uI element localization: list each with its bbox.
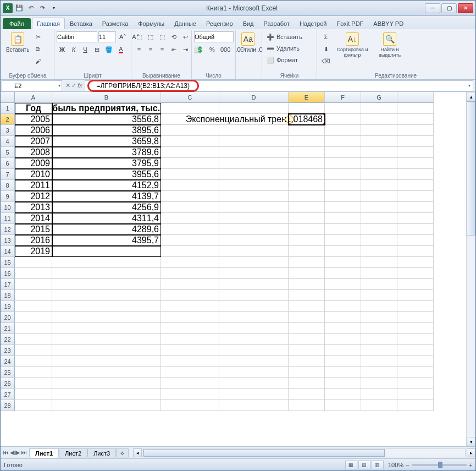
- cell[interactable]: [325, 279, 361, 290]
- vertical-scrollbar[interactable]: ▴ ▾: [466, 92, 475, 446]
- cell[interactable]: [161, 158, 219, 169]
- align-top-icon[interactable]: ⬚: [134, 31, 145, 42]
- autosum-button[interactable]: Σ: [319, 31, 333, 42]
- zoom-in-icon[interactable]: +: [469, 462, 472, 468]
- cell[interactable]: [325, 114, 361, 125]
- cell[interactable]: [219, 103, 289, 114]
- cell[interactable]: [397, 268, 434, 279]
- cell[interactable]: [361, 356, 397, 367]
- cell[interactable]: [397, 378, 434, 389]
- chevron-down-icon[interactable]: ▾: [58, 83, 60, 88]
- cell[interactable]: [361, 312, 397, 323]
- cell[interactable]: [289, 257, 325, 268]
- cell[interactable]: [15, 400, 52, 411]
- view-pagebreak-icon[interactable]: ▥: [372, 461, 384, 469]
- row-header[interactable]: 20: [1, 312, 15, 323]
- cut-icon[interactable]: ✂: [32, 31, 43, 42]
- cell[interactable]: [161, 279, 219, 290]
- cell[interactable]: [161, 213, 219, 224]
- cell[interactable]: [361, 323, 397, 334]
- cell[interactable]: [325, 191, 361, 202]
- cell[interactable]: [15, 356, 52, 367]
- cell[interactable]: [397, 103, 434, 114]
- cell[interactable]: [361, 367, 397, 378]
- cell[interactable]: [289, 103, 325, 114]
- row-header[interactable]: 28: [1, 400, 15, 411]
- cell[interactable]: [289, 400, 325, 411]
- cell[interactable]: [161, 367, 219, 378]
- cell[interactable]: 4395,7: [52, 235, 161, 246]
- align-left-icon[interactable]: ≡: [134, 44, 145, 55]
- row-header[interactable]: 6: [1, 158, 15, 169]
- row-header[interactable]: 8: [1, 180, 15, 191]
- col-header-D[interactable]: D: [219, 92, 289, 103]
- cell[interactable]: [289, 378, 325, 389]
- cell[interactable]: 2016: [15, 235, 52, 246]
- cell[interactable]: [289, 136, 325, 147]
- cell[interactable]: [52, 301, 161, 312]
- col-header-B[interactable]: B: [52, 92, 161, 103]
- redo-icon[interactable]: ↷: [37, 3, 47, 13]
- underline-button[interactable]: Ч: [80, 44, 91, 55]
- row-header[interactable]: 3: [1, 125, 15, 136]
- cell[interactable]: [361, 279, 397, 290]
- cell[interactable]: [219, 246, 289, 257]
- italic-button[interactable]: К: [68, 44, 79, 55]
- undo-icon[interactable]: ↶: [26, 3, 36, 13]
- cell[interactable]: [289, 147, 325, 158]
- cell[interactable]: [289, 158, 325, 169]
- delete-cells-button[interactable]: ➖Удалить: [264, 43, 302, 54]
- cell[interactable]: [325, 125, 361, 136]
- cell[interactable]: [289, 268, 325, 279]
- cell[interactable]: [52, 400, 161, 411]
- cell[interactable]: 2011: [15, 180, 52, 191]
- cell[interactable]: [325, 290, 361, 301]
- cell[interactable]: [161, 202, 219, 213]
- cell[interactable]: [289, 312, 325, 323]
- tab-insert[interactable]: Вставка: [65, 18, 97, 29]
- last-sheet-icon[interactable]: ⏭: [21, 449, 27, 456]
- col-header-blank[interactable]: [397, 92, 434, 103]
- cell[interactable]: [361, 246, 397, 257]
- tab-review[interactable]: Рецензир: [201, 18, 238, 29]
- cancel-formula-icon[interactable]: ✕: [65, 82, 70, 89]
- cell[interactable]: [52, 323, 161, 334]
- cell[interactable]: [52, 246, 161, 257]
- cell[interactable]: [219, 290, 289, 301]
- cell[interactable]: 3659,8: [52, 136, 161, 147]
- cell[interactable]: [289, 389, 325, 400]
- cell[interactable]: 3795,9: [52, 158, 161, 169]
- maximize-button[interactable]: ▢: [441, 3, 457, 13]
- cell[interactable]: [15, 257, 52, 268]
- cell[interactable]: 2019: [15, 246, 52, 257]
- cell[interactable]: [161, 125, 219, 136]
- row-header[interactable]: 11: [1, 213, 15, 224]
- cell[interactable]: [397, 345, 434, 356]
- row-header[interactable]: 16: [1, 268, 15, 279]
- cell[interactable]: [361, 180, 397, 191]
- row-header[interactable]: 4: [1, 136, 15, 147]
- cell[interactable]: [289, 356, 325, 367]
- cell[interactable]: [397, 334, 434, 345]
- cell[interactable]: [15, 290, 52, 301]
- cell[interactable]: [219, 345, 289, 356]
- view-normal-icon[interactable]: ▦: [345, 461, 357, 469]
- cell[interactable]: [52, 345, 161, 356]
- scroll-up-icon[interactable]: ▴: [467, 92, 475, 101]
- cell[interactable]: 4289,6: [52, 224, 161, 235]
- font-name-input[interactable]: [57, 31, 97, 42]
- cell[interactable]: [325, 389, 361, 400]
- qat-customize-icon[interactable]: ▾: [49, 3, 59, 13]
- cell[interactable]: 4152,9: [52, 180, 161, 191]
- tab-developer[interactable]: Разработ: [259, 18, 295, 29]
- cell[interactable]: 4139,7: [52, 191, 161, 202]
- cell[interactable]: 2010: [15, 169, 52, 180]
- row-header[interactable]: 13: [1, 235, 15, 246]
- cell[interactable]: [397, 136, 434, 147]
- percent-icon[interactable]: %: [207, 44, 218, 55]
- hscroll-thumb[interactable]: [143, 449, 385, 457]
- cell[interactable]: [361, 103, 397, 114]
- cell[interactable]: [361, 147, 397, 158]
- cell[interactable]: 4311,4: [52, 213, 161, 224]
- row-header[interactable]: 12: [1, 224, 15, 235]
